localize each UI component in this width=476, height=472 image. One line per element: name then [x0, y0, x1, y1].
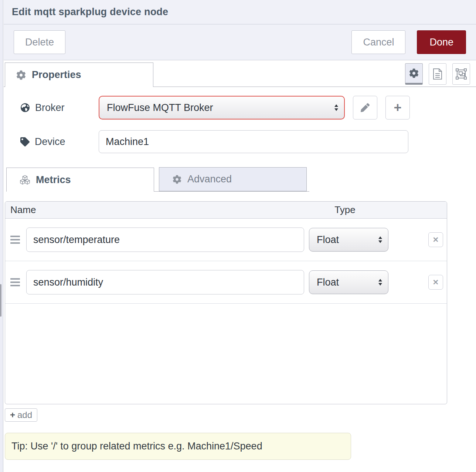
device-label: Device: [20, 136, 99, 148]
metric-name-input[interactable]: [26, 270, 304, 294]
cubes-icon: [20, 175, 30, 185]
document-icon: [432, 68, 443, 80]
metric-type-select[interactable]: Float: [309, 270, 388, 294]
dialog-header: Edit mqtt sparkplug device node: [4, 0, 476, 24]
device-form-row: Device: [20, 130, 476, 153]
tab-advanced[interactable]: Advanced: [159, 167, 307, 191]
dialog-content: Broker FlowFuse MQTT Broker + Device: [4, 87, 476, 460]
broker-label-text: Broker: [35, 102, 65, 114]
metric-row: Float ✕: [5, 261, 447, 304]
properties-mode-button[interactable]: [405, 63, 423, 85]
pencil-icon: [361, 103, 370, 112]
editor-left-gutter: [0, 0, 3, 472]
page-title: Edit mqtt sparkplug device node: [12, 6, 168, 18]
delete-button[interactable]: Delete: [14, 30, 65, 54]
select-arrows-icon: [378, 236, 382, 243]
select-arrows-icon: [334, 104, 338, 111]
globe-icon: [20, 103, 30, 112]
tag-icon: [20, 137, 30, 146]
tab-properties-label: Properties: [32, 69, 81, 81]
appearance-icon: [456, 68, 467, 80]
dialog-toolbar: Delete Cancel Done: [4, 24, 476, 60]
tip-text: Tip: Use '/' to group related metrics e.…: [11, 441, 262, 452]
metric-name-input[interactable]: [26, 227, 304, 252]
drag-handle-icon[interactable]: [10, 236, 20, 244]
add-metric-button[interactable]: + add: [5, 408, 37, 422]
remove-metric-button[interactable]: ✕: [428, 232, 443, 247]
tab-properties[interactable]: Properties: [5, 63, 153, 87]
metrics-tab-bar: Metrics Advanced: [6, 167, 309, 192]
gear-icon: [16, 70, 26, 80]
tab-metrics-label: Metrics: [36, 174, 71, 186]
editor-mode-buttons: [405, 63, 470, 85]
tab-advanced-label: Advanced: [187, 173, 232, 185]
broker-form-row: Broker FlowFuse MQTT Broker +: [20, 96, 476, 119]
broker-select-value: FlowFuse MQTT Broker: [107, 102, 334, 114]
device-label-text: Device: [35, 136, 65, 148]
select-arrows-icon: [378, 279, 382, 286]
metrics-header-row: Name Type: [5, 202, 447, 219]
metric-type-select[interactable]: Float: [309, 228, 388, 252]
description-mode-button[interactable]: [429, 63, 446, 85]
device-input[interactable]: [99, 130, 408, 153]
metric-row: Float ✕: [5, 219, 447, 261]
close-icon: ✕: [433, 278, 439, 287]
close-icon: ✕: [433, 235, 439, 244]
broker-label: Broker: [20, 102, 99, 114]
metric-type-value: Float: [317, 277, 378, 288]
edit-broker-button[interactable]: [353, 96, 377, 119]
column-header-type: Type: [334, 204, 355, 216]
add-broker-button[interactable]: +: [385, 96, 410, 119]
tip-box: Tip: Use '/' to group related metrics e.…: [5, 433, 351, 460]
remove-metric-button[interactable]: ✕: [428, 275, 443, 290]
add-metric-label: add: [17, 410, 32, 420]
left-scrollbar-thumb[interactable]: [0, 284, 1, 317]
tab-metrics[interactable]: Metrics: [6, 168, 154, 192]
appearance-mode-button[interactable]: [452, 63, 470, 85]
metrics-list: Name Type Float ✕ Float: [5, 201, 447, 404]
plus-icon: +: [394, 101, 401, 114]
cancel-button[interactable]: Cancel: [351, 30, 405, 54]
plus-icon: +: [10, 411, 15, 419]
drag-handle-icon[interactable]: [10, 278, 20, 286]
column-header-name: Name: [5, 204, 36, 216]
editor-tab-bar: Properties: [4, 60, 476, 87]
gear-icon: [409, 68, 419, 78]
metric-type-value: Float: [317, 234, 378, 246]
done-button[interactable]: Done: [417, 30, 466, 54]
metrics-empty-area: [5, 304, 447, 404]
gear-icon: [173, 175, 181, 184]
broker-select[interactable]: FlowFuse MQTT Broker: [99, 96, 345, 119]
edit-node-dialog: Edit mqtt sparkplug device node Delete C…: [4, 0, 476, 472]
